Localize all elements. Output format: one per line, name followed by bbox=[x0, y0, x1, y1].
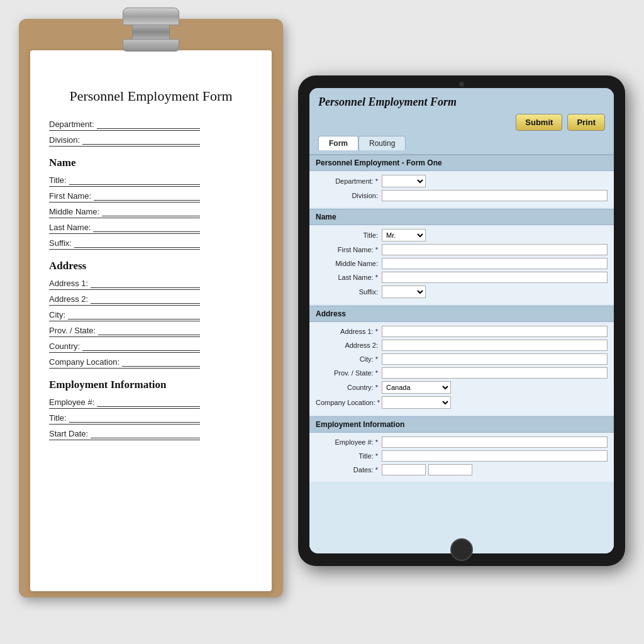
title-select[interactable]: Mr. bbox=[382, 229, 426, 242]
address2-input[interactable] bbox=[382, 340, 608, 351]
provstate-row: Prov. / State: * bbox=[316, 367, 608, 379]
lastname-label: Last Name: * bbox=[316, 274, 382, 281]
firstname-row: First Name: * bbox=[316, 244, 608, 255]
paper-startdate-field: Start Date: bbox=[49, 429, 200, 440]
home-button[interactable] bbox=[450, 538, 473, 561]
emp-title-input[interactable] bbox=[382, 450, 608, 462]
clip-bottom bbox=[123, 39, 179, 52]
tablet-body: Personnel Employment Form Submit Print F… bbox=[298, 75, 625, 566]
paper-employeenum-field: Employee #: bbox=[49, 397, 200, 409]
lastname-input[interactable] bbox=[382, 272, 608, 283]
employment-section: Employment Information Employee #: * Tit… bbox=[309, 416, 614, 482]
city-input[interactable] bbox=[382, 353, 608, 365]
employment-section-body: Employee #: * Title: * Dates: * bbox=[309, 433, 614, 482]
tablet: Personnel Employment Form Submit Print F… bbox=[298, 75, 625, 566]
tab-form[interactable]: Form bbox=[318, 136, 358, 150]
firstname-label: First Name: * bbox=[316, 246, 382, 253]
paper-section-name: Name bbox=[49, 157, 253, 169]
form-buttons: Submit Print bbox=[318, 114, 605, 131]
companylocation-label: Company Location: * bbox=[316, 399, 382, 406]
paper-suffix-field: Suffix: bbox=[49, 238, 200, 250]
tablet-form-title: Personnel Employment Form bbox=[318, 96, 605, 109]
paper-title2-field: Title: bbox=[49, 413, 200, 425]
paper-title-field: Title: bbox=[49, 175, 200, 187]
paper-division-field: Division: bbox=[49, 135, 200, 147]
paper-address1-field: Address 1: bbox=[49, 279, 200, 290]
companylocation-select[interactable] bbox=[382, 396, 451, 409]
paper-section-address: Address bbox=[49, 260, 253, 272]
department-select[interactable] bbox=[382, 175, 426, 187]
division-input[interactable] bbox=[382, 190, 608, 201]
name-section: Name Title: Mr. First Name: * bbox=[309, 209, 614, 304]
address2-row: Address 2: bbox=[316, 340, 608, 351]
form-tabs: Form Routing bbox=[318, 136, 605, 150]
clipboard-clip bbox=[123, 8, 179, 52]
name-section-header: Name bbox=[309, 209, 614, 225]
clipboard-paper: Personnel Employment Form Department: Di… bbox=[30, 50, 272, 591]
dates-start-input[interactable] bbox=[382, 464, 426, 475]
division-row: Division: bbox=[316, 190, 608, 201]
paper-country-field: Country: bbox=[49, 341, 200, 353]
suffix-row: Suffix: bbox=[316, 286, 608, 298]
name-section-body: Title: Mr. First Name: * Middle Name: bbox=[309, 225, 614, 304]
middlename-input[interactable] bbox=[382, 258, 608, 269]
paper-middlename-field: Middle Name: bbox=[49, 207, 200, 218]
firstname-input[interactable] bbox=[382, 244, 608, 255]
provstate-label: Prov. / State: * bbox=[316, 369, 382, 377]
address-section-header: Address bbox=[309, 306, 614, 322]
personnel-section-header: Personnel Employment - Form One bbox=[309, 155, 614, 171]
middlename-label: Middle Name: bbox=[316, 260, 382, 267]
paper-address2-field: Address 2: bbox=[49, 294, 200, 306]
suffix-select[interactable] bbox=[382, 286, 426, 298]
employeenum-row: Employee #: * bbox=[316, 436, 608, 448]
submit-button[interactable]: Submit bbox=[516, 114, 562, 131]
companylocation-row: Company Location: * bbox=[316, 396, 608, 409]
paper-title: Personnel Employment Form bbox=[49, 88, 253, 104]
provstate-input[interactable] bbox=[382, 367, 608, 379]
paper-department-field: Department: bbox=[49, 119, 200, 131]
dates-end-input[interactable] bbox=[428, 464, 472, 475]
emp-title-label: Title: * bbox=[316, 452, 382, 460]
paper-provstate-field: Prov. / State: bbox=[49, 326, 200, 337]
country-row: Country: * Canada bbox=[316, 381, 608, 394]
camera-icon bbox=[459, 82, 464, 87]
dates-label: Dates: * bbox=[316, 466, 382, 474]
department-row: Department: * bbox=[316, 175, 608, 187]
middlename-row: Middle Name: bbox=[316, 258, 608, 269]
country-select[interactable]: Canada bbox=[382, 381, 451, 394]
form-header: Personnel Employment Form Submit Print F… bbox=[309, 88, 614, 155]
emp-title-row: Title: * bbox=[316, 450, 608, 462]
paper-firstname-field: First Name: bbox=[49, 191, 200, 203]
personnel-section: Personnel Employment - Form One Departme… bbox=[309, 155, 614, 208]
tab-routing[interactable]: Routing bbox=[358, 136, 406, 150]
paper-lastname-field: Last Name: bbox=[49, 223, 200, 234]
personnel-section-body: Department: * Division: bbox=[309, 171, 614, 208]
address1-label: Address 1: * bbox=[316, 328, 382, 335]
address-section: Address Address 1: * Address 2: City: * bbox=[309, 306, 614, 415]
paper-companylocation-field: Company Location: bbox=[49, 357, 200, 369]
address1-row: Address 1: * bbox=[316, 326, 608, 337]
city-row: City: * bbox=[316, 353, 608, 365]
paper-section-employment: Employment Information bbox=[49, 379, 253, 391]
address2-label: Address 2: bbox=[316, 341, 382, 349]
employment-section-header: Employment Information bbox=[309, 416, 614, 433]
country-label: Country: * bbox=[316, 384, 382, 391]
paper-city-field: City: bbox=[49, 310, 200, 321]
suffix-label: Suffix: bbox=[316, 288, 382, 296]
city-label: City: * bbox=[316, 355, 382, 363]
clipboard: Personnel Employment Form Department: Di… bbox=[19, 19, 283, 597]
title-row: Title: Mr. bbox=[316, 229, 608, 242]
employeenum-input[interactable] bbox=[382, 436, 608, 448]
department-label: Department: * bbox=[316, 177, 382, 185]
clip-top bbox=[123, 8, 179, 25]
form-body: Personnel Employment - Form One Departme… bbox=[309, 155, 614, 553]
address1-input[interactable] bbox=[382, 326, 608, 337]
division-label: Division: bbox=[316, 192, 382, 199]
title-label: Title: bbox=[316, 231, 382, 239]
print-button[interactable]: Print bbox=[567, 114, 605, 131]
lastname-row: Last Name: * bbox=[316, 272, 608, 283]
tablet-screen: Personnel Employment Form Submit Print F… bbox=[309, 88, 614, 553]
clip-middle bbox=[132, 25, 170, 39]
employeenum-label: Employee #: * bbox=[316, 438, 382, 446]
dates-row: Dates: * bbox=[316, 464, 608, 475]
